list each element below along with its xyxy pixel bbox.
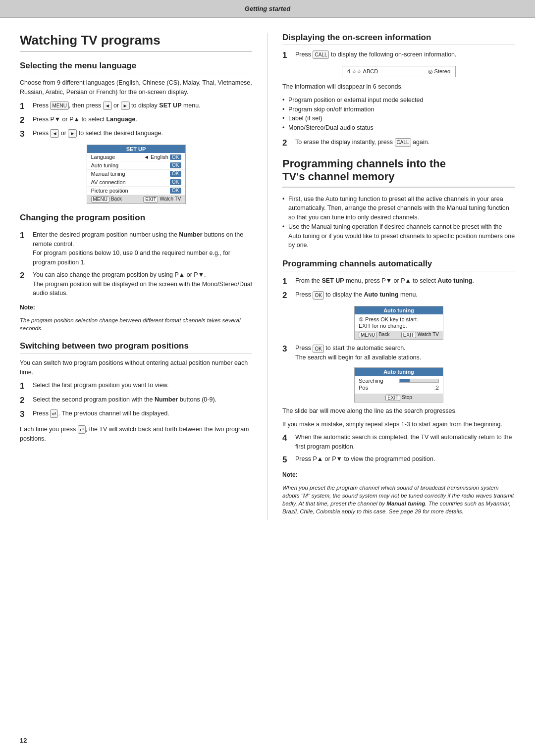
- step-num: 3: [282, 344, 291, 362]
- page: Getting started Watching TV programs Sel…: [0, 0, 535, 756]
- step-item: 2 You can also change the program positi…: [20, 270, 252, 298]
- step-content: Press OK to display the Auto tuning menu…: [295, 290, 515, 301]
- exit-key-small: EXIT: [143, 196, 158, 202]
- auto-body-line2: EXIT for no change.: [359, 323, 439, 329]
- ok-badge: OK: [170, 171, 181, 177]
- screen-label: Manual tuning: [91, 171, 125, 177]
- pos-value: :2: [434, 385, 439, 391]
- switching-outro: Each time you press ⇄, the TV will switc…: [20, 425, 252, 444]
- setup-screen: SET UP Language ◄ English OK Auto tuning…: [87, 145, 186, 204]
- changing-program-steps: 1 Enter the desired program position num…: [20, 230, 252, 298]
- step-content: Press ◄ or ► to select the desired langu…: [33, 129, 252, 140]
- call-key2: CALL: [395, 138, 411, 147]
- auto-body-line1: ① Press OK key to start.: [359, 316, 439, 323]
- slide-bar-text: The slide bar will move along the line a…: [282, 406, 515, 416]
- screen-row: AV connection OK: [87, 178, 185, 187]
- step-num: 2: [282, 138, 291, 149]
- programming-bullets: First, use the Auto tuning function to p…: [282, 195, 515, 251]
- progress-bar-fill: [400, 379, 410, 382]
- search-row: Searching: [359, 378, 439, 384]
- step-content: Select the second program position with …: [33, 395, 252, 406]
- step-content: Press P▼ or P▲ to select Language.: [33, 115, 252, 126]
- left-key2: ◄: [50, 129, 59, 138]
- step-num: 3: [20, 129, 29, 140]
- screen-value: ◄ English OK: [144, 154, 181, 160]
- step-item: 1 Select the first program position you …: [20, 381, 252, 392]
- call-key: CALL: [313, 50, 329, 59]
- exit-stop: EXIT Stop: [385, 395, 412, 401]
- screen-row: Picture position OK: [87, 187, 185, 195]
- bullet-item: Program skip on/off information: [282, 105, 515, 114]
- bullet-item: Mono/Stereo/Dual audio status: [282, 123, 515, 133]
- screen-label: Language: [91, 154, 115, 160]
- note-text: The program position selection change be…: [20, 316, 252, 332]
- selecting-menu-language-steps: 1 Press MENU, then press ◄ or ► to displ…: [20, 101, 252, 140]
- menu-key-small: MENU: [91, 196, 109, 202]
- step-content: Press OK to start the automatic search. …: [295, 344, 515, 362]
- switching-steps: 1 Select the first program position you …: [20, 381, 252, 419]
- section-selecting-menu-language-title: Selecting the menu language: [20, 61, 252, 73]
- screen-row: Auto tuning OK: [87, 161, 185, 170]
- step-item: 2 Select the second program position wit…: [20, 395, 252, 406]
- screen-row: Manual tuning OK: [87, 170, 185, 178]
- step-num: 3: [20, 409, 29, 420]
- step-item: 1 Press MENU, then press ◄ or ► to displ…: [20, 101, 252, 112]
- step-content: Press CALL to display the following on-s…: [295, 50, 515, 61]
- bullet-item: Use the Manual tuning operation if desir…: [282, 222, 515, 250]
- main-content: Watching TV programs Selecting the menu …: [0, 18, 535, 540]
- header-title: Getting started: [245, 5, 290, 12]
- step-num: 1: [282, 50, 291, 61]
- search-screen-header: Auto tuning: [355, 368, 443, 376]
- mistake-text: If you make a mistake, simply repeat ste…: [282, 420, 515, 429]
- left-column: Watching TV programs Selecting the menu …: [20, 33, 268, 520]
- auto-screen-body: ① Press OK key to start. EXIT for no cha…: [355, 314, 443, 331]
- ok-badge: OK: [170, 188, 181, 194]
- page-number: 12: [20, 737, 27, 744]
- ok-key2: OK: [313, 345, 323, 353]
- bullet-item: Program position or external input mode …: [282, 96, 515, 105]
- step-num: 1: [20, 381, 29, 392]
- step-num: 2: [20, 395, 29, 406]
- search-screen-body: Searching Pos :2: [355, 376, 443, 394]
- step-item: 1 From the SET UP menu, press P▼ or P▲ t…: [282, 276, 515, 287]
- step-item: 1 Press CALL to display the following on…: [282, 50, 515, 61]
- step-num: 1: [20, 230, 29, 267]
- step-content: Enter the desired program position numbe…: [33, 230, 252, 267]
- section-displaying-title: Displaying the on-screen information: [282, 33, 515, 45]
- menu-key: MENU: [50, 101, 68, 110]
- ok-badge: OK: [170, 179, 181, 185]
- programming-auto-steps2: 3 Press OK to start the automatic search…: [282, 344, 515, 362]
- displaying-steps: 1 Press CALL to display the following on…: [282, 50, 515, 61]
- progress-bar: [399, 379, 439, 383]
- right-key2: ►: [68, 129, 77, 138]
- ok-badge: OK: [170, 162, 181, 168]
- section-programming-auto-title: Programming channels automatically: [282, 259, 515, 271]
- info-right: ◎ Stereo: [428, 68, 450, 75]
- section-changing-program-title: Changing the program position: [20, 213, 252, 225]
- section-switching-title: Switching between two program positions: [20, 341, 252, 353]
- right-column: Displaying the on-screen information 1 P…: [268, 33, 515, 520]
- step-content: To erase the display instantly, press CA…: [295, 138, 515, 149]
- left-key: ◄: [103, 101, 112, 110]
- info-left: 4 ☆☆ ABCD: [347, 68, 378, 75]
- step-item: 4 When the automatic search is completed…: [282, 433, 515, 452]
- step-item: 3 Press OK to start the automatic search…: [282, 344, 515, 362]
- page-title: Watching TV programs: [20, 33, 252, 52]
- step-content: You can also change the program position…: [33, 270, 252, 298]
- step-item: 1 Enter the desired program position num…: [20, 230, 252, 267]
- search-row-pos: Pos :2: [359, 385, 439, 391]
- step-content: Press P▲ or P▼ to view the programmed po…: [295, 454, 515, 465]
- programming-auto-steps3: 4 When the automatic search is completed…: [282, 433, 515, 465]
- selecting-menu-language-intro: Choose from 9 different languages (Engli…: [20, 78, 252, 97]
- programming-auto-steps: 1 From the SET UP menu, press P▼ or P▲ t…: [282, 276, 515, 301]
- footer-back: MENU Back: [91, 196, 122, 202]
- screen-label: AV connection: [91, 179, 126, 185]
- step-num: 1: [20, 101, 29, 112]
- exit-key-auto: EXIT: [401, 332, 416, 338]
- swap-key: ⇄: [50, 409, 58, 418]
- step-content: Select the first program position you wa…: [33, 381, 252, 392]
- auto-screen-footer: MENU Back EXIT Watch TV: [355, 331, 443, 339]
- screen-footer: MENU Back EXIT Watch TV: [87, 195, 185, 203]
- press-label: Press: [295, 51, 311, 58]
- info-disappear-text: The information will disappear in 6 seco…: [282, 82, 515, 92]
